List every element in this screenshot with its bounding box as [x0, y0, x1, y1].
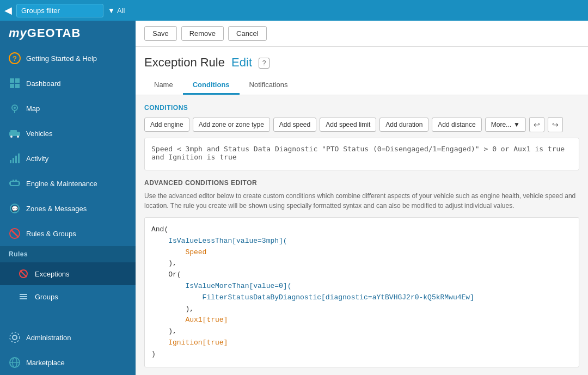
sidebar-item-map[interactable]: Map	[0, 96, 136, 121]
sidebar-item-rules[interactable]: Rules & Groups	[0, 221, 136, 246]
sidebar-item-vehicles[interactable]: Vehicles	[0, 121, 136, 146]
sidebar-item-groups[interactable]: Groups	[0, 285, 136, 308]
svg-text:?: ?	[13, 54, 17, 63]
sidebar-item-label: Rules & Groups	[26, 230, 76, 238]
administration-icon	[9, 331, 21, 343]
chevron-down-icon: ▼	[108, 7, 115, 15]
tab-name[interactable]: Name	[144, 76, 183, 95]
content-area: Save Remove Cancel Exception Rule Edit ?…	[136, 21, 588, 375]
help-button[interactable]: ?	[259, 58, 270, 69]
code-editor[interactable]: And( IsValueLessThan[value=3mph]( Speed …	[144, 217, 579, 367]
add-zone-button[interactable]: Add zone or zone type	[193, 118, 270, 132]
redo-button[interactable]: ↪	[548, 117, 563, 132]
code-line-9: Aux1[true]	[151, 315, 572, 326]
tab-notifications[interactable]: Notifications	[240, 76, 298, 95]
page-header: Exception Rule Edit ? Name Conditions No…	[136, 47, 588, 95]
title-edit: Edit	[231, 56, 252, 69]
svg-rect-13	[10, 160, 11, 163]
exceptions-icon	[17, 268, 29, 280]
svg-text:💬: 💬	[11, 205, 19, 212]
sidebar-item-label: Exceptions	[35, 270, 70, 278]
sidebar-item-label: Vehicles	[26, 130, 52, 138]
conditions-toolbar: Add engine Add zone or zone type Add spe…	[144, 117, 579, 132]
code-line-1: And(	[151, 224, 572, 236]
sidebar: myGEOTAB ? Getting Started & Help Das	[0, 21, 136, 375]
code-line-3: Speed	[151, 247, 572, 259]
code-line-6: IsValueMoreThan[value=0](	[151, 281, 572, 292]
svg-rect-3	[15, 78, 20, 83]
sidebar-item-label: Dashboard	[26, 79, 61, 88]
sidebar-item-activity[interactable]: Activity	[0, 146, 136, 171]
sidebar-item-label: Marketplace	[26, 359, 65, 367]
redo-icon: ↪	[552, 120, 559, 129]
groups-filter-input[interactable]	[16, 4, 103, 17]
add-speed-button[interactable]: Add speed	[273, 118, 316, 132]
code-line-11: Ignition[true]	[151, 337, 572, 349]
sidebar-item-label: Administration	[26, 334, 71, 342]
undo-button[interactable]: ↩	[529, 117, 544, 132]
svg-rect-16	[18, 153, 20, 163]
sidebar-item-label: Groups	[35, 293, 58, 301]
back-icon: ◀	[4, 4, 12, 16]
svg-point-11	[10, 136, 13, 138]
sidebar-item-label: Activity	[26, 155, 48, 163]
sidebar-item-marketplace[interactable]: Marketplace	[0, 350, 136, 375]
sidebar-item-engine[interactable]: Engine & Maintenance	[0, 171, 136, 196]
svg-line-25	[11, 230, 19, 237]
back-button[interactable]: ◀	[4, 4, 12, 16]
advanced-conditions-desc: Use the advanced editor below to create …	[144, 191, 579, 211]
rules-icon	[9, 228, 21, 239]
svg-rect-5	[15, 84, 20, 88]
cancel-button[interactable]: Cancel	[228, 26, 266, 41]
svg-point-7	[14, 107, 16, 109]
condition-preview: Speed < 3mph and Status Data Diagnostic …	[144, 138, 579, 170]
marketplace-icon	[9, 356, 21, 368]
sidebar-item-getting-started[interactable]: ? Getting Started & Help	[0, 46, 136, 71]
svg-point-31	[13, 335, 17, 340]
svg-point-12	[17, 136, 19, 138]
add-engine-button[interactable]: Add engine	[144, 118, 189, 132]
code-line-2: IsValueLessThan[value=3mph](	[151, 236, 572, 247]
add-speed-limit-button[interactable]: Add speed limit	[320, 118, 376, 132]
zones-icon: 💬	[9, 202, 21, 214]
vehicles-icon	[9, 127, 21, 139]
chevron-down-icon: ▼	[513, 121, 520, 128]
groups-icon	[17, 291, 29, 303]
sidebar-item-label: Getting Started & Help	[26, 54, 97, 63]
code-line-10: ),	[151, 326, 572, 337]
logo-geotab: GEOTAB	[27, 26, 81, 40]
code-line-12: )	[151, 349, 572, 360]
add-duration-button[interactable]: Add duration	[379, 118, 428, 132]
toolbar: Save Remove Cancel	[136, 21, 588, 47]
more-button[interactable]: More... ▼	[485, 118, 526, 132]
svg-rect-18	[13, 180, 14, 181]
tabs: Name Conditions Notifications	[144, 76, 579, 95]
engine-icon	[9, 177, 21, 189]
conditions-section-title: CONDITIONS	[144, 104, 579, 112]
remove-button[interactable]: Remove	[181, 26, 224, 41]
sidebar-item-zones[interactable]: 💬 Zones & Messages	[0, 196, 136, 221]
save-button[interactable]: Save	[144, 26, 177, 41]
all-filter[interactable]: ▼ All	[108, 7, 125, 15]
svg-rect-10	[10, 130, 17, 133]
svg-rect-2	[10, 78, 14, 83]
more-label: More...	[491, 121, 511, 128]
tab-conditions[interactable]: Conditions	[183, 76, 240, 95]
map-icon	[9, 102, 21, 114]
sidebar-item-dashboard[interactable]: Dashboard	[0, 71, 136, 96]
code-line-8: ),	[151, 304, 572, 315]
question-icon: ?	[9, 52, 21, 64]
svg-rect-20	[9, 182, 10, 185]
dashboard-icon	[9, 77, 21, 89]
code-line-4: ),	[151, 258, 572, 269]
svg-line-27	[20, 271, 27, 277]
svg-rect-14	[13, 158, 14, 163]
add-distance-button[interactable]: Add distance	[432, 118, 481, 132]
svg-point-32	[10, 333, 20, 342]
title-static: Exception Rule	[144, 56, 225, 69]
sidebar-item-administration[interactable]: Administration	[0, 325, 136, 350]
condition-preview-text: Speed < 3mph and Status Data Diagnostic …	[151, 145, 565, 161]
code-line-5: Or(	[151, 269, 572, 281]
sidebar-item-exceptions[interactable]: Exceptions	[0, 262, 136, 285]
svg-rect-21	[19, 182, 20, 185]
